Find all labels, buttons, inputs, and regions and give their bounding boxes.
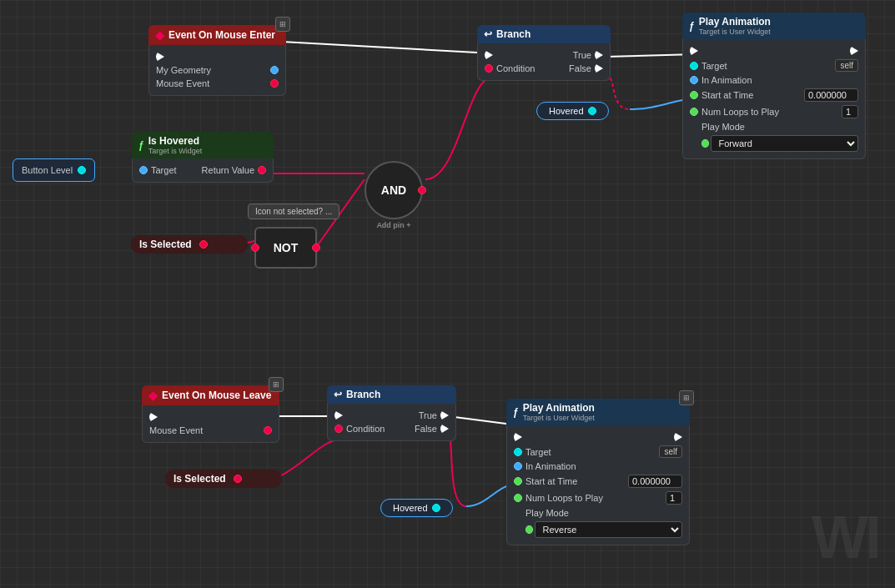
- start-time-top: [690, 91, 698, 99]
- is-selected-bottom-pin: [234, 475, 242, 483]
- in-anim-bottom: [514, 462, 522, 470]
- and-label: AND: [381, 183, 406, 197]
- target-label-bottom: Target: [525, 447, 551, 457]
- mouse-event-pin: [270, 79, 279, 88]
- branch-top-true-pin: [595, 50, 603, 60]
- true-label-bottom: True: [419, 410, 437, 420]
- play-mode-label-bottom: Play Mode: [514, 508, 569, 518]
- play-anim-bottom-exec-in: [514, 432, 522, 442]
- my-geometry-pin: [270, 66, 279, 74]
- not-node: NOT: [254, 227, 317, 269]
- target-label-top: Target: [701, 61, 727, 71]
- play-mode-pin-top: [701, 139, 709, 148]
- false-label-bottom: False: [415, 424, 437, 434]
- button-level-label: Button Level: [22, 165, 73, 175]
- in-animation-label-bottom: In Animation: [525, 461, 576, 471]
- corner-icon-top: ⊞: [275, 17, 290, 32]
- hovered-bottom-node: Hovered: [380, 499, 453, 517]
- target-label: Target: [151, 165, 177, 175]
- play-anim-bottom-subtitle: Target is User Widget: [523, 414, 595, 422]
- tooltip-text: Icon not selected? ...: [255, 207, 332, 216]
- true-label: True: [573, 50, 591, 60]
- not-in-pin: [251, 244, 259, 252]
- my-geometry-label: My Geometry: [156, 65, 211, 75]
- button-level-pin: [78, 166, 86, 174]
- target-in-bottom: [514, 448, 522, 456]
- self-badge-top: self: [835, 59, 858, 72]
- play-animation-top-node: ƒ Play Animation Target is User Widget T…: [682, 13, 866, 159]
- mouse-event-label: Mouse Event: [156, 78, 209, 88]
- start-at-time-label-bottom: Start at Time: [525, 476, 577, 486]
- mouse-event-leave-pin: [264, 426, 272, 435]
- branch-top-false-pin: [595, 63, 603, 73]
- play-anim-top-subtitle: Target is User Widget: [699, 28, 771, 36]
- hovered-bottom-pin: [432, 504, 440, 512]
- watermark: WI: [812, 503, 878, 571]
- play-anim-bottom-exec-out: [674, 432, 682, 442]
- is-hovered-node: ƒ Is Hovered Target is Widget Target Ret…: [132, 132, 274, 183]
- num-loops-input-bottom[interactable]: [666, 491, 682, 505]
- is-selected-top-pin: [199, 240, 208, 249]
- event-on-mouse-leave-node: ◆ Event On Mouse Leave Mouse Event ⊞: [142, 385, 279, 443]
- false-label: False: [569, 63, 591, 73]
- play-anim-top-title: Play Animation: [699, 16, 771, 28]
- play-animation-bottom-node: ƒ Play Animation Target is User Widget T…: [506, 399, 690, 545]
- branch-bottom-false-pin: [440, 424, 449, 434]
- not-out-pin: [312, 244, 320, 252]
- num-loops-input-top[interactable]: [842, 105, 858, 118]
- play-anim-top-exec-in: [690, 46, 698, 56]
- hovered-top-pin: [588, 107, 596, 115]
- num-loops-label-bottom: Num Loops to Play: [525, 493, 603, 503]
- is-selected-top-node: Is Selected: [131, 235, 248, 254]
- not-label: NOT: [274, 241, 299, 254]
- mouse-event-leave-label: Mouse Event: [149, 425, 203, 435]
- branch-bottom-title: Branch: [346, 389, 380, 400]
- event-on-mouse-enter-node: ◆ Event On Mouse Enter My Geometry Mouse…: [148, 25, 286, 96]
- corner-icon-leave: ⊞: [269, 377, 284, 392]
- event-mouse-enter-title: Event On Mouse Enter: [168, 29, 275, 41]
- num-loops-top: [690, 108, 698, 116]
- is-selected-bottom-node: Is Selected: [165, 470, 282, 488]
- start-time-bottom: [514, 477, 522, 485]
- is-hovered-title: Is Hovered: [148, 135, 199, 147]
- num-loops-bottom: [514, 494, 522, 502]
- leave-exec-out: [149, 412, 158, 422]
- add-pin-label: Add pin +: [376, 221, 410, 229]
- target-in-pin: [139, 166, 148, 174]
- branch-top-node: ↩ Branch True Condition False: [477, 25, 611, 81]
- in-animation-label-top: In Animation: [701, 75, 752, 85]
- and-node: AND Add pin +: [365, 161, 423, 219]
- and-out-pin: [418, 186, 426, 194]
- is-hovered-subtitle: Target is Widget: [148, 147, 203, 155]
- start-at-time-label-top: Start at Time: [701, 90, 753, 100]
- self-badge-bottom: self: [659, 445, 682, 458]
- event-mouse-leave-title: Event On Mouse Leave: [162, 389, 271, 401]
- return-value-pin: [258, 166, 266, 174]
- in-anim-top: [690, 76, 698, 84]
- branch-bottom-true-pin: [440, 410, 449, 420]
- hovered-bottom-label: Hovered: [393, 503, 428, 513]
- play-mode-select-bottom[interactable]: Reverse Forward: [535, 521, 682, 538]
- start-time-input-top[interactable]: [804, 88, 858, 102]
- branch-top-exec-in: [485, 50, 493, 60]
- is-selected-top-label: Is Selected: [139, 239, 192, 250]
- corner-icon-bottom: ⊞: [679, 390, 694, 405]
- exec-out-pin: [156, 52, 164, 62]
- start-time-input-bottom[interactable]: [628, 475, 682, 488]
- target-in-top: [690, 62, 698, 70]
- condition-label-top: Condition: [496, 63, 535, 73]
- branch-bottom-node: ↩ Branch True Condition False: [327, 385, 456, 441]
- branch-bottom-exec-in: [334, 410, 343, 420]
- return-value-label: Return Value: [202, 165, 254, 175]
- button-level-node: Button Level: [13, 158, 95, 182]
- play-mode-label-top: Play Mode: [690, 122, 745, 132]
- branch-top-title: Branch: [496, 28, 530, 40]
- tooltip-box: Icon not selected? ...: [248, 204, 339, 219]
- play-anim-bottom-title: Play Animation: [523, 402, 595, 414]
- num-loops-label-top: Num Loops to Play: [701, 107, 779, 117]
- play-mode-select-top[interactable]: Forward Reverse: [711, 135, 858, 152]
- play-mode-pin-bottom: [525, 525, 533, 534]
- is-selected-bottom-label: Is Selected: [173, 473, 226, 485]
- branch-top-cond-in: [485, 64, 493, 73]
- hovered-top-label: Hovered: [549, 106, 584, 116]
